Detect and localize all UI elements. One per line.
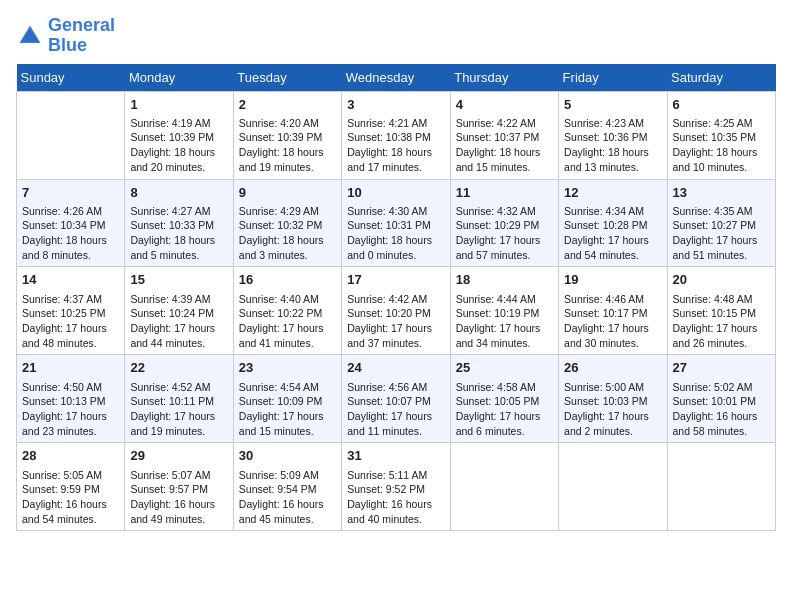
cell-info: Sunrise: 4:44 AM Sunset: 10:19 PM Daylig… xyxy=(456,292,553,351)
calendar-cell: 17Sunrise: 4:42 AM Sunset: 10:20 PM Dayl… xyxy=(342,267,450,355)
calendar-week-2: 7Sunrise: 4:26 AM Sunset: 10:34 PM Dayli… xyxy=(17,179,776,267)
day-number: 22 xyxy=(130,359,227,377)
cell-info: Sunrise: 4:26 AM Sunset: 10:34 PM Daylig… xyxy=(22,204,119,263)
day-number: 2 xyxy=(239,96,336,114)
calendar-week-1: 1Sunrise: 4:19 AM Sunset: 10:39 PM Dayli… xyxy=(17,91,776,179)
cell-info: Sunrise: 4:52 AM Sunset: 10:11 PM Daylig… xyxy=(130,380,227,439)
day-number: 28 xyxy=(22,447,119,465)
cell-info: Sunrise: 4:48 AM Sunset: 10:15 PM Daylig… xyxy=(673,292,770,351)
cell-info: Sunrise: 4:34 AM Sunset: 10:28 PM Daylig… xyxy=(564,204,661,263)
day-number: 27 xyxy=(673,359,770,377)
calendar-cell: 3Sunrise: 4:21 AM Sunset: 10:38 PM Dayli… xyxy=(342,91,450,179)
day-number: 8 xyxy=(130,184,227,202)
page-header: General Blue xyxy=(16,16,776,56)
calendar-cell: 9Sunrise: 4:29 AM Sunset: 10:32 PM Dayli… xyxy=(233,179,341,267)
cell-info: Sunrise: 5:11 AM Sunset: 9:52 PM Dayligh… xyxy=(347,468,444,527)
calendar-cell: 31Sunrise: 5:11 AM Sunset: 9:52 PM Dayli… xyxy=(342,443,450,531)
logo-text: General Blue xyxy=(48,16,115,56)
day-number: 20 xyxy=(673,271,770,289)
day-number: 6 xyxy=(673,96,770,114)
weekday-header-thursday: Thursday xyxy=(450,64,558,92)
day-number: 30 xyxy=(239,447,336,465)
calendar-cell xyxy=(559,443,667,531)
calendar-week-5: 28Sunrise: 5:05 AM Sunset: 9:59 PM Dayli… xyxy=(17,443,776,531)
calendar-cell: 2Sunrise: 4:20 AM Sunset: 10:39 PM Dayli… xyxy=(233,91,341,179)
cell-info: Sunrise: 4:56 AM Sunset: 10:07 PM Daylig… xyxy=(347,380,444,439)
cell-info: Sunrise: 4:23 AM Sunset: 10:36 PM Daylig… xyxy=(564,116,661,175)
calendar-cell: 6Sunrise: 4:25 AM Sunset: 10:35 PM Dayli… xyxy=(667,91,775,179)
cell-info: Sunrise: 4:39 AM Sunset: 10:24 PM Daylig… xyxy=(130,292,227,351)
day-number: 16 xyxy=(239,271,336,289)
cell-info: Sunrise: 4:20 AM Sunset: 10:39 PM Daylig… xyxy=(239,116,336,175)
calendar-cell: 1Sunrise: 4:19 AM Sunset: 10:39 PM Dayli… xyxy=(125,91,233,179)
calendar-cell: 24Sunrise: 4:56 AM Sunset: 10:07 PM Dayl… xyxy=(342,355,450,443)
day-number: 12 xyxy=(564,184,661,202)
calendar-cell: 16Sunrise: 4:40 AM Sunset: 10:22 PM Dayl… xyxy=(233,267,341,355)
calendar-cell: 22Sunrise: 4:52 AM Sunset: 10:11 PM Dayl… xyxy=(125,355,233,443)
calendar-cell: 19Sunrise: 4:46 AM Sunset: 10:17 PM Dayl… xyxy=(559,267,667,355)
cell-info: Sunrise: 5:05 AM Sunset: 9:59 PM Dayligh… xyxy=(22,468,119,527)
calendar-cell: 13Sunrise: 4:35 AM Sunset: 10:27 PM Dayl… xyxy=(667,179,775,267)
weekday-header-row: SundayMondayTuesdayWednesdayThursdayFrid… xyxy=(17,64,776,92)
day-number: 14 xyxy=(22,271,119,289)
logo: General Blue xyxy=(16,16,115,56)
day-number: 24 xyxy=(347,359,444,377)
day-number: 13 xyxy=(673,184,770,202)
day-number: 7 xyxy=(22,184,119,202)
calendar-cell: 18Sunrise: 4:44 AM Sunset: 10:19 PM Dayl… xyxy=(450,267,558,355)
day-number: 19 xyxy=(564,271,661,289)
day-number: 31 xyxy=(347,447,444,465)
calendar-cell: 5Sunrise: 4:23 AM Sunset: 10:36 PM Dayli… xyxy=(559,91,667,179)
day-number: 3 xyxy=(347,96,444,114)
calendar-week-3: 14Sunrise: 4:37 AM Sunset: 10:25 PM Dayl… xyxy=(17,267,776,355)
calendar-cell: 8Sunrise: 4:27 AM Sunset: 10:33 PM Dayli… xyxy=(125,179,233,267)
cell-info: Sunrise: 5:02 AM Sunset: 10:01 PM Daylig… xyxy=(673,380,770,439)
calendar-cell: 20Sunrise: 4:48 AM Sunset: 10:15 PM Dayl… xyxy=(667,267,775,355)
cell-info: Sunrise: 4:37 AM Sunset: 10:25 PM Daylig… xyxy=(22,292,119,351)
cell-info: Sunrise: 4:35 AM Sunset: 10:27 PM Daylig… xyxy=(673,204,770,263)
cell-info: Sunrise: 4:29 AM Sunset: 10:32 PM Daylig… xyxy=(239,204,336,263)
day-number: 29 xyxy=(130,447,227,465)
calendar-cell: 27Sunrise: 5:02 AM Sunset: 10:01 PM Dayl… xyxy=(667,355,775,443)
cell-info: Sunrise: 4:42 AM Sunset: 10:20 PM Daylig… xyxy=(347,292,444,351)
calendar-week-4: 21Sunrise: 4:50 AM Sunset: 10:13 PM Dayl… xyxy=(17,355,776,443)
day-number: 17 xyxy=(347,271,444,289)
day-number: 23 xyxy=(239,359,336,377)
weekday-header-saturday: Saturday xyxy=(667,64,775,92)
cell-info: Sunrise: 4:19 AM Sunset: 10:39 PM Daylig… xyxy=(130,116,227,175)
cell-info: Sunrise: 4:27 AM Sunset: 10:33 PM Daylig… xyxy=(130,204,227,263)
weekday-header-friday: Friday xyxy=(559,64,667,92)
cell-info: Sunrise: 5:07 AM Sunset: 9:57 PM Dayligh… xyxy=(130,468,227,527)
cell-info: Sunrise: 4:54 AM Sunset: 10:09 PM Daylig… xyxy=(239,380,336,439)
day-number: 15 xyxy=(130,271,227,289)
calendar-cell: 21Sunrise: 4:50 AM Sunset: 10:13 PM Dayl… xyxy=(17,355,125,443)
cell-info: Sunrise: 4:21 AM Sunset: 10:38 PM Daylig… xyxy=(347,116,444,175)
day-number: 5 xyxy=(564,96,661,114)
calendar-cell: 29Sunrise: 5:07 AM Sunset: 9:57 PM Dayli… xyxy=(125,443,233,531)
day-number: 26 xyxy=(564,359,661,377)
weekday-header-sunday: Sunday xyxy=(17,64,125,92)
logo-icon xyxy=(16,22,44,50)
weekday-header-tuesday: Tuesday xyxy=(233,64,341,92)
calendar-cell xyxy=(667,443,775,531)
calendar-cell: 14Sunrise: 4:37 AM Sunset: 10:25 PM Dayl… xyxy=(17,267,125,355)
day-number: 10 xyxy=(347,184,444,202)
cell-info: Sunrise: 4:40 AM Sunset: 10:22 PM Daylig… xyxy=(239,292,336,351)
calendar-cell: 10Sunrise: 4:30 AM Sunset: 10:31 PM Dayl… xyxy=(342,179,450,267)
day-number: 9 xyxy=(239,184,336,202)
calendar-cell xyxy=(17,91,125,179)
cell-info: Sunrise: 4:58 AM Sunset: 10:05 PM Daylig… xyxy=(456,380,553,439)
calendar-cell: 15Sunrise: 4:39 AM Sunset: 10:24 PM Dayl… xyxy=(125,267,233,355)
cell-info: Sunrise: 5:09 AM Sunset: 9:54 PM Dayligh… xyxy=(239,468,336,527)
weekday-header-monday: Monday xyxy=(125,64,233,92)
cell-info: Sunrise: 4:30 AM Sunset: 10:31 PM Daylig… xyxy=(347,204,444,263)
day-number: 18 xyxy=(456,271,553,289)
cell-info: Sunrise: 4:32 AM Sunset: 10:29 PM Daylig… xyxy=(456,204,553,263)
calendar-cell: 4Sunrise: 4:22 AM Sunset: 10:37 PM Dayli… xyxy=(450,91,558,179)
day-number: 21 xyxy=(22,359,119,377)
day-number: 4 xyxy=(456,96,553,114)
cell-info: Sunrise: 5:00 AM Sunset: 10:03 PM Daylig… xyxy=(564,380,661,439)
calendar-cell: 30Sunrise: 5:09 AM Sunset: 9:54 PM Dayli… xyxy=(233,443,341,531)
cell-info: Sunrise: 4:25 AM Sunset: 10:35 PM Daylig… xyxy=(673,116,770,175)
weekday-header-wednesday: Wednesday xyxy=(342,64,450,92)
